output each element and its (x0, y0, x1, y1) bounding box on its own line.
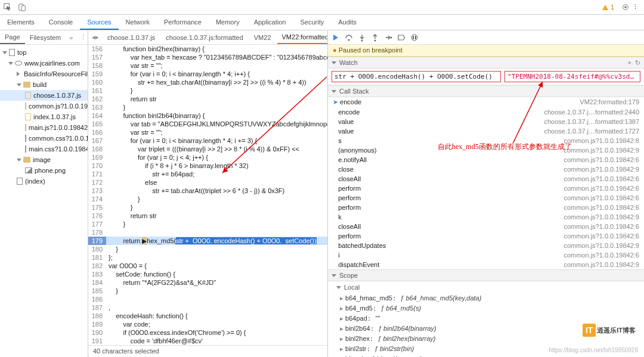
scope-variable[interactable]: ▸ bit_rol: ƒ bit_rol(num,cnt) (328, 354, 644, 357)
tree-file[interactable]: common.css?1.0.0.19842 (29, 135, 88, 142)
svg-point-6 (348, 39, 350, 41)
svg-point-8 (374, 39, 376, 41)
tree-file[interactable]: common.js?1.0.0.19842 (29, 103, 88, 110)
callstack-header[interactable]: Call Stack (328, 85, 644, 97)
svg-point-7 (361, 39, 363, 41)
debugger-toolbar (328, 30, 644, 45)
svg-rect-11 (413, 36, 414, 39)
stack-frame[interactable]: e.notifyAllcommon.js?1.0.0.19842:6 (328, 155, 644, 164)
file-tree[interactable]: top www.jcairlines.com BasicInfo/Resourc… (0, 45, 88, 357)
tree-file[interactable]: index.1.0.37.js (33, 113, 76, 120)
tree-folder[interactable]: image (33, 156, 51, 163)
refresh-icon[interactable]: ↻ (635, 59, 640, 67)
tab-sources[interactable]: Sources (80, 15, 118, 30)
tree-file[interactable]: phone.png (35, 167, 66, 174)
tree-file[interactable]: main.js?1.0.0.19842 (29, 124, 88, 131)
editor-pane: ◂▸ choose.1.0.37.js choose.1.0.37.js:for… (88, 30, 328, 357)
scope-variable[interactable]: ▸ b64_hmac_md5: ƒ b64_hmac_md5(key,data) (328, 293, 644, 303)
stack-frame[interactable]: performcommon.js?1.0.0.19842:6 (328, 184, 644, 193)
tab-performance[interactable]: Performance (157, 15, 209, 30)
scope-variable[interactable]: ▸ binl2b64: ƒ binl2b64(binarray) (328, 324, 644, 334)
stack-frame[interactable]: performcommon.js?1.0.0.19842:6 (328, 231, 644, 241)
step-icon[interactable] (384, 33, 392, 42)
svg-point-10 (411, 35, 417, 41)
step-over-icon[interactable] (345, 33, 353, 42)
file-tab[interactable]: VM22 (249, 32, 276, 44)
navigator-pane: Page Filesystem » ⋮ top www.jcairlines.c… (0, 30, 88, 357)
prev-tab-icon[interactable]: ◂▸ (92, 33, 99, 41)
stack-frame[interactable]: ➤ encodeVM22:formatted:179 (328, 97, 644, 107)
tree-folder[interactable]: BasicInfo/ResourceFile (24, 70, 88, 77)
overflow-icon[interactable]: » (66, 34, 76, 41)
scope-list: ▸ b64_hmac_md5: ƒ b64_hmac_md5(key,data)… (328, 293, 644, 357)
stack-frame[interactable]: closeAllcommon.js?1.0.0.19842:6 (328, 222, 644, 231)
main-panel: Page Filesystem » ⋮ top www.jcairlines.c… (0, 30, 644, 357)
debugger-pane: ● Paused on breakpoint Watch+↻ str + O0O… (328, 30, 644, 357)
tab-security[interactable]: Security (293, 15, 331, 30)
svg-point-4 (624, 6, 627, 8)
watch-row: str + O0O0.encodeHash() + O0O0.setCode()… (328, 69, 644, 85)
tab-audits[interactable]: Audits (331, 15, 364, 30)
scope-variable[interactable]: ▸ b64pad: "" (328, 313, 644, 324)
stack-frame[interactable]: scommon.js?1.0.0.19842:8 (328, 136, 644, 145)
tab-memory[interactable]: Memory (209, 15, 247, 30)
devtools-topbar: 1 ⋮ (0, 0, 644, 15)
warning-icon (602, 5, 608, 10)
stack-frame[interactable]: (anonymous)common.js?1.0.0.19842:9 (328, 145, 644, 155)
tab-filesystem[interactable]: Filesystem (25, 32, 66, 44)
scope-variable[interactable]: ▸ b64_md5: ƒ b64_md5(s) (328, 303, 644, 313)
tree-file[interactable]: (index) (25, 178, 45, 185)
step-into-icon[interactable] (358, 33, 366, 42)
selection-status: 40 characters selected (93, 347, 159, 355)
stack-frame[interactable]: icommon.js?1.0.0.19842:6 (328, 250, 644, 260)
device-icon[interactable] (18, 3, 26, 11)
stack-frame[interactable]: dispatchEventcommon.js?1.0.0.19842:9 (328, 260, 644, 269)
stack-frame[interactable]: encodechoose.1.0.37.j…formatted:2440 (328, 107, 644, 117)
tree-folder[interactable]: build (33, 81, 47, 88)
watch-expression[interactable]: str + O0O0.encodeHash() + O0O0.setCode() (332, 71, 501, 82)
svg-point-9 (391, 36, 392, 38)
pause-exc-icon[interactable] (410, 33, 419, 42)
code-editor[interactable]: 156 function binl2hex(binarray) {157 var… (88, 45, 327, 345)
tree-file[interactable]: main.css?1.0.0.19842 (29, 145, 88, 153)
stack-frame[interactable]: performcommon.js?1.0.0.19842:6 (328, 203, 644, 212)
status-bar: 40 characters selected (88, 345, 327, 357)
tree-domain[interactable]: www.jcairlines.com (24, 60, 80, 67)
paused-banner: ● Paused on breakpoint (328, 45, 644, 57)
stack-frame[interactable]: valuechoose.1.0.37.j…formatted:1727 (328, 126, 644, 136)
svg-rect-12 (415, 36, 416, 39)
stack-frame[interactable]: performcommon.js?1.0.0.19842:6 (328, 193, 644, 203)
stack-frame[interactable]: batchedUpdatescommon.js?1.0.0.19842:9 (328, 241, 644, 250)
stack-frame[interactable]: closecommon.js?1.0.0.19842:9 (328, 164, 644, 174)
stack-frame[interactable]: kcommon.js?1.0.0.19842:9 (328, 212, 644, 222)
callstack-list: ➤ encodeVM22:formatted:179 encodechoose.… (328, 97, 644, 269)
tree-top[interactable]: top (17, 49, 26, 56)
add-watch-icon[interactable]: + (628, 59, 631, 66)
menu-icon[interactable]: ⋮ (632, 3, 640, 11)
warning-count: 1 (611, 4, 614, 11)
scope-variable[interactable]: ▸ binl2str: ƒ binl2str(bin) (328, 344, 644, 354)
scope-local[interactable]: Local (328, 281, 644, 293)
file-tab[interactable]: choose.1.0.37.js:formatted (161, 32, 248, 44)
tab-page[interactable]: Page (0, 31, 25, 44)
step-out-icon[interactable] (371, 33, 379, 42)
main-tabs: Elements Console Sources Network Perform… (0, 15, 644, 30)
watch-header[interactable]: Watch+↻ (328, 57, 644, 69)
settings-icon[interactable] (621, 3, 630, 11)
resume-icon[interactable] (332, 33, 340, 42)
inspect-icon[interactable] (4, 3, 12, 11)
tab-elements[interactable]: Elements (0, 15, 42, 30)
watch-value: "TPEMNH2018-08-24sfeif#@%%cv3sdf@#$f3*A(… (504, 71, 640, 82)
tab-network[interactable]: Network (119, 15, 157, 30)
svg-rect-2 (21, 5, 25, 11)
tab-console[interactable]: Console (42, 15, 80, 30)
tab-application[interactable]: Application (247, 15, 293, 30)
stack-frame[interactable]: closeAllcommon.js?1.0.0.19842:6 (328, 174, 644, 184)
file-tab[interactable]: VM22:formatted × (277, 31, 327, 44)
stack-frame[interactable]: valuechoose.1.0.37.j…formatted:1387 (328, 117, 644, 126)
tree-file[interactable]: choose.1.0.37.js (33, 92, 81, 99)
scope-variable[interactable]: ▸ binl2hex: ƒ binl2hex(binarray) (328, 334, 644, 344)
file-tab[interactable]: choose.1.0.37.js (103, 32, 160, 44)
deactivate-bp-icon[interactable] (397, 33, 405, 42)
scope-header[interactable]: Scope (328, 269, 644, 281)
